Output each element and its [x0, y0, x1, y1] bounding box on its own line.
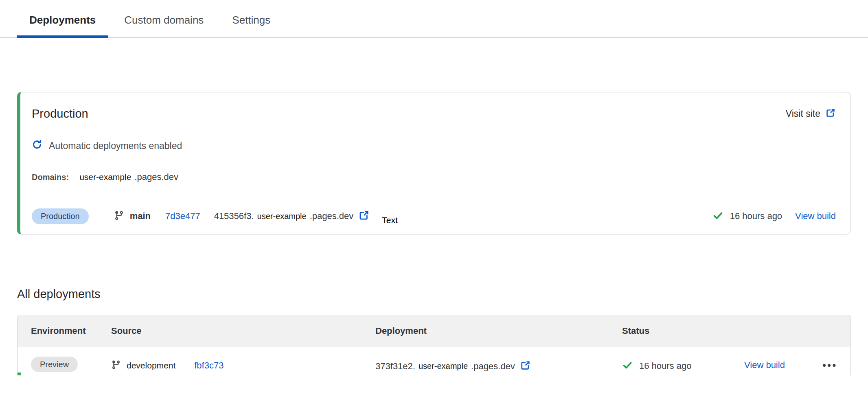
row-commit-link[interactable]: fbf3c73 — [194, 360, 224, 371]
row-status-time: 16 hours ago — [639, 361, 691, 371]
visit-site-link[interactable]: Visit site — [786, 107, 836, 121]
git-branch-icon — [111, 360, 121, 371]
row-deployment-id: 373f31e2. — [375, 361, 415, 372]
production-deployment-host: user-example — [257, 212, 307, 221]
annotation-text: Text — [382, 215, 398, 225]
row-deployment-host: user-example — [419, 362, 468, 371]
production-status-time: 16 hours ago — [730, 211, 782, 221]
production-branch-name: main — [130, 211, 151, 221]
domain-suffix: .pages.dev — [134, 172, 178, 182]
tab-settings[interactable]: Settings — [220, 8, 283, 37]
production-deployment-external-link-icon[interactable] — [358, 210, 370, 223]
tab-custom-domains[interactable]: Custom domains — [112, 8, 216, 37]
environment-badge-preview: Preview — [31, 357, 78, 372]
column-header-source: Source — [111, 326, 373, 336]
tab-deployments-label: Deployments — [29, 14, 96, 26]
auto-deploy-refresh-icon — [32, 139, 42, 152]
tab-settings-label: Settings — [232, 14, 270, 26]
column-header-deployment: Deployment — [373, 326, 619, 336]
tab-bar: Deployments Custom domains Settings — [0, 8, 868, 38]
tab-custom-domains-label: Custom domains — [124, 14, 204, 26]
visit-site-label: Visit site — [786, 108, 820, 119]
success-check-icon — [712, 210, 723, 223]
deployments-table-header: Environment Source Deployment Status — [18, 315, 850, 347]
production-deployment-suffix: .pages.dev — [310, 211, 354, 221]
row-view-build-link[interactable]: View build — [744, 360, 785, 370]
domains-label: Domains: — [32, 173, 69, 182]
auto-deployments-text: Automatic deployments enabled — [49, 140, 182, 151]
row-deployment-suffix: .pages.dev — [471, 361, 515, 372]
tab-deployments[interactable]: Deployments — [17, 8, 108, 37]
production-view-build-link[interactable]: View build — [795, 211, 836, 221]
next-row-environment-indicator — [18, 373, 21, 375]
all-deployments-heading: All deployments — [17, 287, 868, 301]
deployments-table: Environment Source Deployment Status Pre… — [17, 315, 851, 375]
row-branch-name: development — [127, 361, 175, 370]
column-header-environment: Environment — [18, 326, 111, 336]
external-link-icon — [825, 107, 836, 121]
production-card-title: Production — [32, 107, 88, 121]
success-check-icon — [622, 360, 633, 372]
production-deployment-id: 415356f3. — [214, 211, 254, 221]
git-branch-icon — [114, 210, 124, 222]
environment-badge-production: Production — [32, 208, 89, 224]
column-header-status: Status — [619, 326, 744, 336]
production-card: Production Visit site Automatic deployme… — [17, 92, 851, 234]
row-deployment-external-link-icon[interactable] — [520, 360, 531, 373]
overflow-menu-icon[interactable]: ••• — [822, 358, 837, 371]
production-deployment-row: Production main 7d3e477 415356f3. user-e… — [20, 198, 850, 234]
deployment-table-row: Preview development fbf3c73 index change… — [18, 347, 850, 375]
production-commit-link[interactable]: 7d3e477 — [165, 211, 200, 221]
domain-host: user-example — [79, 172, 131, 182]
